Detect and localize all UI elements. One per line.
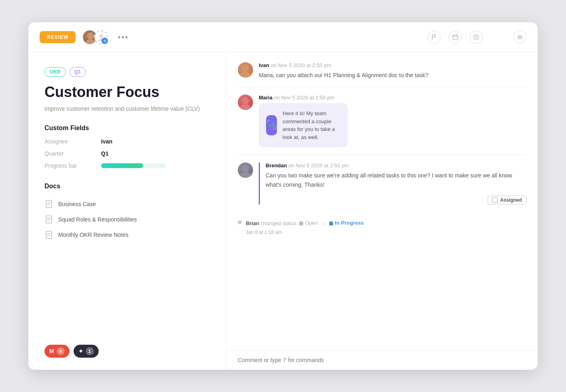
field-quarter: Quarter Q1 bbox=[44, 150, 210, 157]
comment-body-maria: Maria on Nov 5 2020 at 2:50 pm 📎 Here it… bbox=[259, 95, 526, 148]
assigned-checkbox bbox=[492, 197, 498, 203]
task-description: Improve customer retention and customer … bbox=[44, 105, 210, 113]
svg-point-12 bbox=[240, 72, 251, 78]
flag-icon[interactable] bbox=[428, 31, 441, 44]
comment-header-maria: Maria on Nov 5 2020 at 2:50 pm bbox=[259, 95, 526, 101]
comment-author-ivan: Ivan bbox=[259, 62, 269, 68]
right-panel: Ivan on Nov 5 2020 at 2:50 pm Maria, can… bbox=[226, 53, 538, 370]
doc-name-1: Squad Roles & Responsibilities bbox=[58, 216, 137, 223]
status-action-label: changed status: bbox=[261, 221, 298, 227]
field-label-progress: Progress bar bbox=[44, 162, 101, 169]
doc-item-0[interactable]: Business Case bbox=[44, 196, 210, 212]
assigned-badge[interactable]: Assigned bbox=[488, 196, 526, 204]
comment-timestamp-maria: on Nov 5 2020 at 2:50 pm bbox=[274, 95, 335, 101]
field-value-quarter: Q1 bbox=[101, 150, 109, 157]
field-value-assignee: Ivan bbox=[101, 138, 112, 145]
comment-ivan: Ivan on Nov 5 2020 at 2:50 pm Maria, can… bbox=[238, 62, 526, 80]
divider-1 bbox=[238, 87, 526, 87]
progress-bar-fill bbox=[101, 163, 143, 168]
status-from-text: Open bbox=[305, 219, 318, 228]
avatar-ivan bbox=[238, 62, 253, 78]
comment-maria: Maria on Nov 5 2020 at 2:50 pm 📎 Here it… bbox=[238, 95, 526, 148]
integration-m-icon: M bbox=[49, 348, 54, 354]
doc-item-1[interactable]: Squad Roles & Responsibilities bbox=[44, 212, 210, 227]
doc-icon-2 bbox=[44, 230, 53, 239]
divider-2 bbox=[238, 155, 526, 155]
attachment-box[interactable]: 📎 Here it is! My team commented a couple… bbox=[259, 103, 348, 148]
assigned-label: Assigned bbox=[500, 197, 522, 203]
toolbar: REVIEW + ••• bbox=[28, 22, 538, 53]
avatar-outline: + bbox=[94, 30, 108, 44]
toolbar-icons bbox=[428, 31, 483, 44]
main-content: OKR Q1 Customer Focus Improve customer r… bbox=[28, 53, 538, 370]
docs-section: Docs Business Case bbox=[44, 183, 210, 242]
integration-f-count: 1 bbox=[86, 347, 94, 355]
integration-badge-f[interactable]: ✦ 1 bbox=[74, 345, 99, 358]
svg-point-15 bbox=[242, 165, 249, 172]
calendar-icon[interactable] bbox=[449, 31, 462, 44]
task-title: Customer Focus bbox=[44, 83, 210, 101]
tag-q1: Q1 bbox=[69, 67, 86, 77]
status-change: Brian changed status: Open → bbox=[238, 216, 526, 240]
docs-title: Docs bbox=[44, 183, 210, 190]
svg-point-1 bbox=[85, 39, 96, 45]
tag-row: OKR Q1 bbox=[44, 67, 210, 77]
doc-icon-0 bbox=[44, 200, 53, 209]
field-assignee: Assignee Ivan bbox=[44, 138, 210, 145]
comment-body-ivan: Ivan on Nov 5 2020 at 2:50 pm Maria, can… bbox=[259, 62, 526, 80]
add-user-plus[interactable]: + bbox=[101, 38, 108, 44]
integration-badge-m[interactable]: M 4 bbox=[44, 345, 70, 358]
comment-timestamp-brendan: on Nov 5 2020 at 2:50 pm bbox=[288, 162, 349, 169]
comment-text-ivan: Maria, can you attach our H1 Planning & … bbox=[259, 71, 526, 80]
comment-author-brendan: Brendan bbox=[266, 162, 287, 169]
status-change-text: Brian changed status: Open → bbox=[246, 219, 364, 236]
integration-f-icon: ✦ bbox=[78, 348, 83, 354]
comment-author-maria: Maria bbox=[259, 95, 272, 101]
status-from-badge: Open bbox=[299, 219, 318, 228]
svg-point-11 bbox=[242, 65, 249, 72]
review-button[interactable]: REVIEW bbox=[40, 31, 76, 43]
status-actor: Brian bbox=[246, 221, 259, 227]
integration-badges: M 4 ✦ 1 bbox=[44, 338, 210, 358]
comment-input-row bbox=[226, 350, 538, 370]
svg-rect-8 bbox=[46, 200, 52, 208]
comment-header-brendan: Brendan on Nov 5 2020 at 2:50 pm bbox=[266, 162, 526, 169]
eye-icon[interactable] bbox=[513, 31, 526, 44]
integration-m-count: 4 bbox=[57, 347, 65, 355]
comment-text-maria: Here it is! My team commented a couple a… bbox=[283, 110, 340, 141]
attachment-icon: 📎 bbox=[266, 115, 277, 135]
more-options-button[interactable]: ••• bbox=[118, 33, 129, 42]
comment-input[interactable] bbox=[238, 357, 526, 363]
comment-header-ivan: Ivan on Nov 5 2020 at 2:50 pm bbox=[259, 62, 526, 68]
custom-fields-title: Custom Fields bbox=[44, 124, 210, 132]
status-dot-indicator bbox=[238, 220, 242, 224]
svg-point-7 bbox=[519, 36, 521, 38]
status-to-dot bbox=[329, 221, 333, 226]
svg-point-14 bbox=[240, 104, 251, 110]
svg-point-16 bbox=[240, 172, 251, 178]
doc-name-2: Monthly OKR Review Notes bbox=[58, 232, 129, 238]
status-from-dot bbox=[299, 221, 303, 226]
svg-rect-10 bbox=[46, 231, 52, 238]
left-panel: OKR Q1 Customer Focus Improve customer r… bbox=[28, 53, 226, 370]
svg-rect-4 bbox=[453, 35, 458, 40]
field-label-assignee: Assignee bbox=[44, 138, 101, 145]
progress-bar-container bbox=[101, 163, 166, 168]
comment-brendan: Brendan on Nov 5 2020 at 2:50 pm Can you… bbox=[238, 162, 526, 204]
status-timestamp: Jan 8 at 1:18 am bbox=[246, 229, 364, 236]
svg-point-6 bbox=[517, 36, 522, 39]
toolbar-avatars: + bbox=[82, 30, 108, 45]
clock-icon[interactable] bbox=[470, 31, 483, 44]
comment-text-brendan: Can you two make sure we're adding all r… bbox=[266, 171, 526, 189]
status-to-text: In Progress bbox=[335, 219, 364, 228]
comment-timestamp-ivan: on Nov 5 2020 at 2:50 pm bbox=[271, 62, 332, 68]
doc-icon-1 bbox=[44, 215, 53, 224]
doc-item-2[interactable]: Monthly OKR Review Notes bbox=[44, 227, 210, 242]
avatar-brendan bbox=[238, 162, 253, 178]
avatar-maria bbox=[238, 95, 253, 110]
app-window: REVIEW + ••• bbox=[28, 22, 538, 370]
status-to-badge: In Progress bbox=[329, 219, 364, 228]
svg-rect-9 bbox=[46, 216, 52, 223]
svg-point-13 bbox=[242, 97, 249, 104]
doc-name-0: Business Case bbox=[58, 201, 96, 207]
